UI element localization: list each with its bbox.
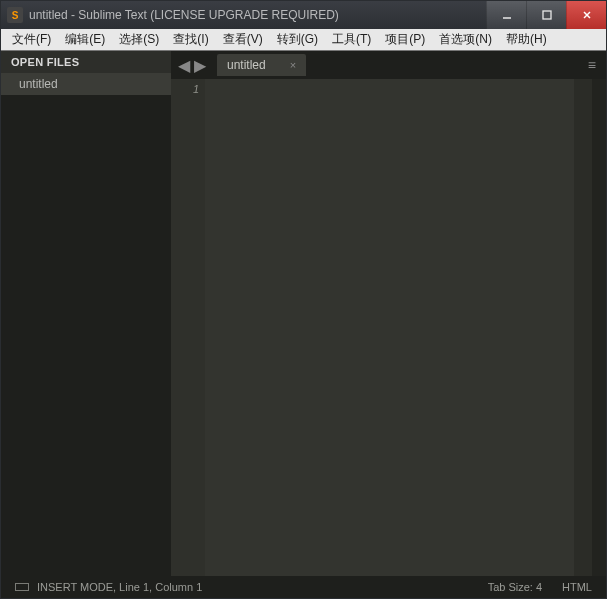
line-gutter: 1 xyxy=(171,79,205,576)
menu-find[interactable]: 查找(I) xyxy=(166,29,215,50)
close-button[interactable] xyxy=(566,1,606,29)
app-icon: S xyxy=(7,7,23,23)
menu-project[interactable]: 项目(P) xyxy=(378,29,432,50)
menu-help[interactable]: 帮助(H) xyxy=(499,29,554,50)
status-tabsize[interactable]: Tab Size: 4 xyxy=(488,581,542,593)
main-area: OPEN FILES untitled ◀ ▶ untitled × ≡ 1 xyxy=(1,51,606,576)
editor-content[interactable] xyxy=(205,79,574,576)
nav-prev-icon[interactable]: ◀ xyxy=(177,58,191,72)
menubar: 文件(F) 编辑(E) 选择(S) 查找(I) 查看(V) 转到(G) 工具(T… xyxy=(1,29,606,51)
menu-goto[interactable]: 转到(G) xyxy=(270,29,325,50)
app-window: S untitled - Sublime Text (LICENSE UPGRA… xyxy=(0,0,607,599)
status-mode[interactable]: INSERT MODE, Line 1, Column 1 xyxy=(37,581,202,593)
minimize-button[interactable] xyxy=(486,1,526,29)
maximize-button[interactable] xyxy=(526,1,566,29)
tab-untitled[interactable]: untitled × xyxy=(217,54,306,76)
tab-label: untitled xyxy=(227,58,266,72)
titlebar[interactable]: S untitled - Sublime Text (LICENSE UPGRA… xyxy=(1,1,606,29)
menu-edit[interactable]: 编辑(E) xyxy=(58,29,112,50)
editor-pane: ◀ ▶ untitled × ≡ 1 xyxy=(171,51,606,576)
svg-rect-1 xyxy=(543,11,551,19)
statusbar: INSERT MODE, Line 1, Column 1 Tab Size: … xyxy=(1,576,606,598)
menu-preferences[interactable]: 首选项(N) xyxy=(432,29,499,50)
menu-selection[interactable]: 选择(S) xyxy=(112,29,166,50)
vertical-scrollbar[interactable] xyxy=(592,79,606,576)
status-left: INSERT MODE, Line 1, Column 1 xyxy=(15,581,202,593)
status-indicator-icon xyxy=(15,583,29,591)
window-title: untitled - Sublime Text (LICENSE UPGRADE… xyxy=(29,8,486,22)
sidebar-header-open-files: OPEN FILES xyxy=(1,51,171,73)
status-syntax[interactable]: HTML xyxy=(562,581,592,593)
tabbar: ◀ ▶ untitled × ≡ xyxy=(171,51,606,79)
nav-next-icon[interactable]: ▶ xyxy=(193,58,207,72)
menu-view[interactable]: 查看(V) xyxy=(216,29,270,50)
open-file-item[interactable]: untitled xyxy=(1,73,171,95)
hamburger-icon[interactable]: ≡ xyxy=(578,57,606,73)
sidebar: OPEN FILES untitled xyxy=(1,51,171,576)
window-controls xyxy=(486,1,606,29)
menu-file[interactable]: 文件(F) xyxy=(5,29,58,50)
line-number: 1 xyxy=(171,83,199,95)
tab-close-icon[interactable]: × xyxy=(290,59,296,71)
editor: 1 xyxy=(171,79,606,576)
tab-nav: ◀ ▶ xyxy=(171,58,213,72)
menu-tools[interactable]: 工具(T) xyxy=(325,29,378,50)
minimap[interactable] xyxy=(574,79,592,576)
